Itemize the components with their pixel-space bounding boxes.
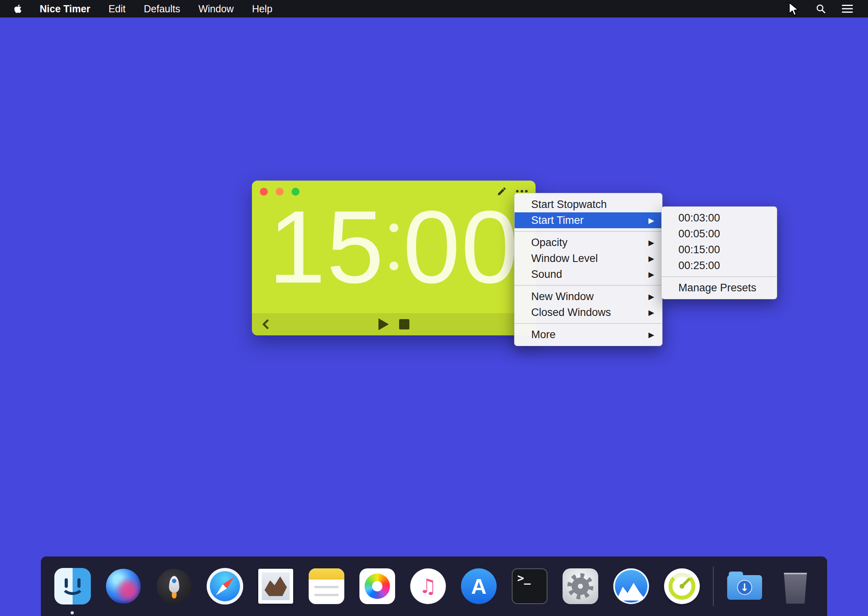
dock-item-mountain-app[interactable] (611, 566, 651, 606)
mountain-app-icon (613, 568, 649, 604)
submenu-arrow-icon (648, 216, 654, 225)
submenu-arrow-icon (648, 292, 654, 301)
submenu-item-preset-3[interactable]: 00:15:00 (662, 242, 777, 258)
launchpad-icon (157, 569, 192, 604)
dock-item-launchpad[interactable] (154, 566, 194, 606)
notification-center-icon[interactable] (842, 4, 853, 13)
menu-bar-left: Nice Timer Edit Defaults Window Help (0, 3, 273, 15)
menu-item-more[interactable]: More (515, 327, 662, 343)
timer-seconds: 00 (403, 195, 519, 298)
dock-item-mail[interactable] (256, 566, 296, 606)
dock-item-nice-timer[interactable] (662, 566, 702, 606)
menu-defaults[interactable]: Defaults (144, 3, 180, 15)
menu-item-sound[interactable]: Sound (515, 266, 662, 282)
safari-icon (207, 568, 243, 604)
menu-separator (515, 231, 662, 232)
dock-item-app-store[interactable] (459, 566, 499, 606)
dock-item-system-preferences[interactable] (561, 566, 600, 606)
timer-display: 15 00 (252, 181, 536, 313)
apple-menu[interactable] (14, 4, 21, 13)
submenu-item-preset-4[interactable]: 00:25:00 (662, 258, 777, 273)
timer-window: 15 00 (252, 181, 536, 335)
submenu-arrow-icon (648, 254, 654, 263)
menu-edit[interactable]: Edit (108, 3, 125, 15)
menu-item-label: More (531, 329, 556, 341)
preset-submenu: 00:03:00 00:05:00 00:15:00 00:25:00 Mana… (661, 206, 777, 299)
submenu-arrow-icon (648, 330, 654, 339)
menu-item-opacity[interactable]: Opacity (515, 235, 662, 250)
mouse-cursor (787, 2, 799, 18)
running-indicator-dot (71, 611, 74, 614)
itunes-icon (410, 568, 446, 604)
menu-item-label: Sound (531, 268, 562, 281)
back-chevron-icon[interactable] (262, 319, 272, 329)
menu-item-start-timer[interactable]: Start Timer (515, 212, 662, 228)
context-menu: Start Stopwatch Start Timer Opacity Wind… (514, 193, 663, 346)
dock-item-photos[interactable] (357, 566, 397, 606)
dock-item-finder[interactable] (53, 566, 92, 606)
timer-window-footer (252, 313, 536, 335)
menu-bar: Nice Timer Edit Defaults Window Help (0, 0, 868, 17)
download-arrow-icon (737, 580, 752, 595)
app-menu-title[interactable]: Nice Timer (40, 3, 90, 15)
menu-bar-right (816, 4, 868, 14)
timer-colon-icon (390, 223, 398, 270)
nice-timer-icon (664, 568, 700, 604)
dock-item-notes[interactable] (307, 566, 346, 606)
submenu-arrow-icon (648, 308, 654, 317)
submenu-arrow-icon (648, 270, 654, 279)
menu-item-label: 00:25:00 (678, 260, 720, 272)
menu-item-label: 00:05:00 (678, 228, 720, 240)
menu-item-label: 00:03:00 (678, 212, 720, 224)
photos-icon (359, 568, 395, 604)
play-button[interactable] (378, 318, 389, 330)
submenu-item-preset-1[interactable]: 00:03:00 (662, 210, 777, 226)
dock-item-siri[interactable] (104, 566, 143, 606)
stop-button[interactable] (399, 319, 409, 329)
menu-item-closed-windows[interactable]: Closed Windows (515, 304, 662, 320)
terminal-icon (512, 568, 547, 604)
menu-item-label: Manage Presets (678, 282, 757, 294)
submenu-arrow-icon (648, 238, 654, 247)
submenu-item-preset-2[interactable]: 00:05:00 (662, 226, 777, 242)
finder-icon (54, 568, 91, 604)
dock (41, 556, 827, 616)
downloads-folder-icon (727, 575, 762, 600)
menu-item-label: Window Level (531, 252, 598, 265)
dock-separator (713, 566, 714, 606)
menu-item-window-level[interactable]: Window Level (515, 250, 662, 266)
app-store-icon (461, 568, 497, 604)
menu-separator (662, 276, 777, 277)
dock-item-trash[interactable] (776, 566, 815, 606)
menu-item-label: Closed Windows (531, 306, 611, 319)
mail-icon (258, 569, 293, 604)
dock-item-downloads[interactable] (725, 566, 764, 606)
menu-separator (515, 285, 662, 286)
spotlight-icon[interactable] (816, 4, 826, 14)
menu-window[interactable]: Window (198, 3, 234, 15)
transport-controls (378, 318, 409, 330)
menu-item-start-stopwatch[interactable]: Start Stopwatch (515, 196, 662, 212)
apple-logo-icon (14, 4, 21, 13)
submenu-item-manage-presets[interactable]: Manage Presets (662, 280, 777, 296)
menu-separator (515, 323, 662, 324)
siri-icon (106, 569, 141, 604)
menu-help[interactable]: Help (252, 3, 272, 15)
menu-item-label: 00:15:00 (678, 244, 720, 256)
menu-item-label: Start Stopwatch (531, 198, 607, 211)
notes-icon (309, 568, 344, 604)
menu-item-label: Opacity (531, 237, 568, 249)
menu-item-new-window[interactable]: New Window (515, 289, 662, 304)
timer-minutes: 15 (268, 195, 384, 298)
dock-item-itunes[interactable] (408, 566, 448, 606)
dock-item-safari[interactable] (205, 566, 245, 606)
menu-item-label: New Window (531, 291, 594, 303)
dock-item-terminal[interactable] (510, 566, 549, 606)
menu-item-label: Start Timer (531, 214, 584, 227)
system-preferences-icon (563, 568, 598, 604)
trash-icon (782, 573, 808, 604)
desktop: Nice Timer Edit Defaults Window Help (0, 0, 868, 616)
